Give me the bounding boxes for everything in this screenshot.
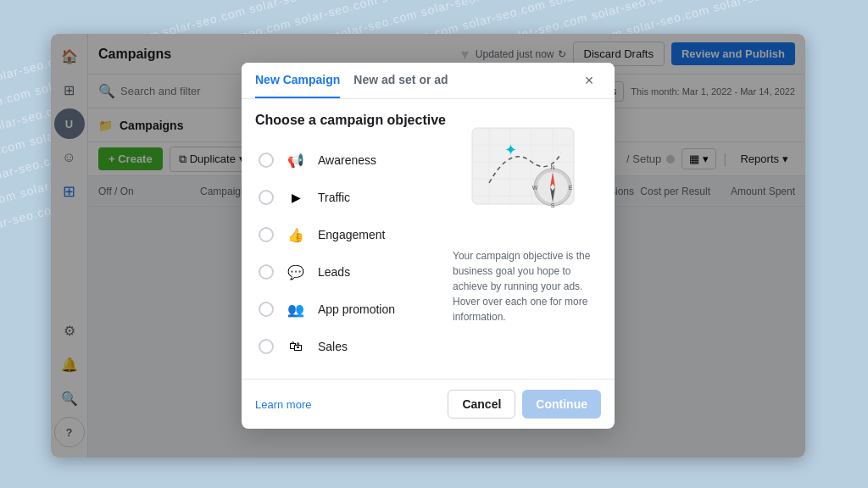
learn-more-link[interactable]: Learn more	[255, 398, 311, 411]
cancel-button[interactable]: Cancel	[448, 390, 515, 419]
radio-leads[interactable]	[259, 264, 274, 280]
app-promotion-label: App promotion	[318, 302, 395, 316]
objectives-section: Choose a campaign objective 📢 Awareness …	[255, 113, 453, 365]
tab-new-ad-set[interactable]: New ad set or ad	[353, 63, 448, 98]
objective-traffic[interactable]: ▶ Traffic	[255, 179, 453, 216]
modal-footer: Learn more Cancel Continue	[242, 379, 615, 429]
radio-engagement[interactable]	[259, 227, 274, 242]
objective-app-promotion[interactable]: 👥 App promotion	[255, 291, 453, 328]
footer-buttons: Cancel Continue	[448, 390, 601, 419]
objective-leads[interactable]: 💬 Leads	[255, 253, 453, 291]
modal-body: Choose a campaign objective 📢 Awareness …	[242, 99, 615, 379]
traffic-icon: ▶	[284, 186, 308, 209]
illustration-section: ✦ N S W E Your campaign objective is the	[453, 113, 601, 365]
svg-text:S: S	[550, 202, 554, 208]
app-container: 🏠 ⊞ U ☺ ⊞ ⚙ 🔔 🔍 ? Campaigns ▾ Updated ju…	[51, 34, 805, 458]
radio-sales[interactable]	[259, 339, 274, 354]
radio-traffic[interactable]	[259, 190, 274, 205]
traffic-label: Traffic	[318, 191, 350, 204]
objectives-title: Choose a campaign objective	[255, 113, 453, 128]
modal: New Campaign New ad set or ad × Choose a…	[242, 63, 615, 429]
radio-app-promotion[interactable]	[259, 302, 274, 317]
engagement-label: Engagement	[318, 228, 385, 241]
illustration-description: Your campaign objective is the business …	[453, 248, 601, 324]
svg-text:E: E	[568, 185, 572, 191]
modal-overlay[interactable]: New Campaign New ad set or ad × Choose a…	[51, 34, 805, 458]
leads-label: Leads	[318, 265, 350, 279]
awareness-label: Awareness	[318, 153, 376, 167]
objective-sales[interactable]: 🛍 Sales	[255, 328, 453, 365]
objective-awareness[interactable]: 📢 Awareness	[255, 141, 453, 179]
svg-text:✦: ✦	[504, 141, 516, 158]
sales-label: Sales	[318, 340, 348, 353]
radio-awareness[interactable]	[259, 152, 274, 168]
compass-illustration: ✦ N S W E	[464, 119, 591, 238]
svg-text:W: W	[531, 185, 537, 191]
continue-button[interactable]: Continue	[522, 390, 601, 419]
tab-new-campaign[interactable]: New Campaign	[255, 63, 340, 98]
app-promotion-icon: 👥	[284, 297, 308, 321]
engagement-icon: 👍	[284, 223, 308, 247]
svg-text:N: N	[550, 164, 554, 170]
objective-engagement[interactable]: 👍 Engagement	[255, 216, 453, 253]
leads-icon: 💬	[284, 260, 308, 284]
modal-close-button[interactable]: ×	[577, 69, 601, 92]
sales-icon: 🛍	[284, 335, 308, 358]
awareness-icon: 📢	[284, 148, 308, 172]
modal-tabs: New Campaign New ad set or ad ×	[242, 63, 615, 99]
